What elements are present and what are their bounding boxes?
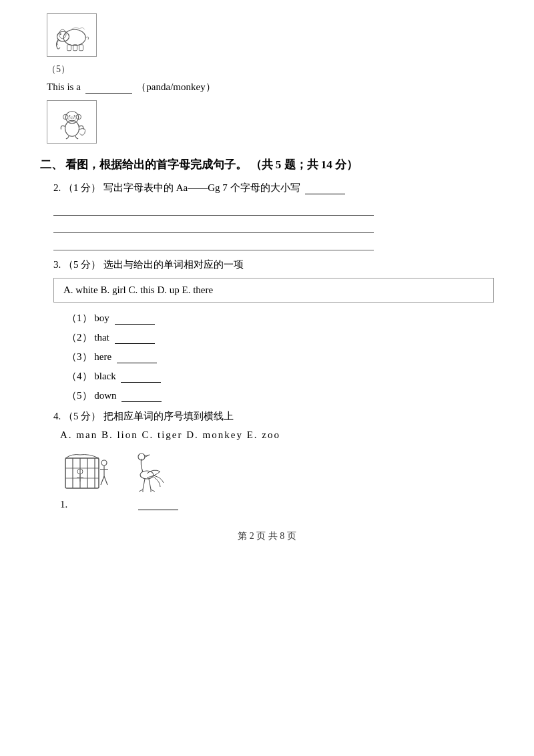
svg-point-14 (70, 118, 71, 120)
elephant-image (47, 13, 97, 57)
item5-sentence: This is a （panda/monkey） (47, 81, 494, 93)
svg-line-37 (151, 490, 155, 492)
q3-item3-label: （3） (67, 351, 92, 362)
svg-line-30 (104, 476, 107, 485)
q2-title: 2. （1 分） 写出字母表中的 Aa——Gg 7 个字母的大小写 (53, 182, 494, 194)
q2-text: 写出字母表中的 Aa——Gg 7 个字母的大小写 (103, 182, 300, 193)
q4-image2 (120, 447, 174, 494)
q3-item5-label: （5） (67, 390, 92, 401)
q3-num: 3. (53, 259, 61, 270)
q3-item4-label: （4） (67, 371, 92, 381)
svg-line-34 (149, 479, 151, 490)
monkey-image (47, 100, 97, 144)
cage-man-icon (62, 448, 112, 494)
bird-icon (127, 448, 167, 494)
q3-item5-blank (121, 390, 162, 402)
item5-hint: （panda/monkey） (136, 81, 215, 92)
svg-point-12 (69, 115, 70, 116)
item5-label: （5） (47, 63, 494, 75)
svg-point-3 (59, 33, 61, 35)
q4-options-text: A. man B. lion C. tiger D. monkey E. zoo (60, 429, 280, 440)
q4-img-label: 1. (60, 499, 67, 510)
question-2: 2. （1 分） 写出字母表中的 Aa——Gg 7 个字母的大小写 (53, 182, 494, 250)
q3-text: 选出与给出的单词相对应的一项 (103, 259, 244, 270)
section2-title: 二、 看图，根据给出的首字母完成句子。 （共 5 题；共 14 分） (40, 157, 358, 172)
q3-item-2: （2） that (67, 331, 494, 344)
q2-score: （1 分） (63, 182, 101, 193)
writing-lines-area (53, 201, 494, 250)
elephant-icon (52, 17, 92, 53)
q4-options: A. man B. lion C. tiger D. monkey E. zoo (60, 429, 494, 441)
svg-line-35 (139, 490, 143, 492)
q4-blank (138, 498, 178, 510)
q3-item4-word: black (94, 371, 115, 381)
section2-header: 二、 看图，根据给出的首字母完成句子。 （共 5 题；共 14 分） (40, 157, 494, 172)
q4-score: （5 分） (63, 411, 101, 421)
q4-images-row (60, 447, 494, 494)
q4-num: 4. (53, 411, 61, 421)
q3-score: （5 分） (63, 259, 101, 270)
svg-line-29 (101, 476, 104, 485)
q3-item2-word: that (94, 332, 109, 343)
svg-line-33 (143, 479, 145, 490)
q4-item-1-row: 1. (60, 498, 494, 510)
q3-item-1: （1） boy (67, 312, 494, 325)
q3-item-3: （3） here (67, 351, 494, 363)
monkey-icon (52, 104, 92, 140)
q4-image1 (60, 447, 113, 494)
page-footer: 第 2 页 共 8 页 (40, 530, 494, 542)
footer-text: 第 2 页 共 8 页 (238, 531, 296, 541)
q3-item-4: （4） black (67, 370, 494, 383)
q3-item1-label: （1） (67, 313, 92, 323)
writing-line-3 (53, 236, 374, 250)
q3-options-text: A. white B. girl C. this D. up E. there (63, 285, 213, 295)
q2-blank (305, 182, 345, 194)
svg-point-13 (73, 115, 75, 116)
q3-item4-blank (121, 371, 161, 383)
svg-point-31 (140, 471, 154, 479)
q3-item5-word: down (94, 390, 116, 401)
q3-title: 3. （5 分） 选出与给出的单词相对应的一项 (53, 258, 494, 271)
item5-blank (85, 81, 132, 93)
q3-item2-blank (115, 332, 155, 344)
question-3: 3. （5 分） 选出与给出的单词相对应的一项 A. white B. girl… (53, 258, 494, 402)
q3-item1-word: boy (94, 313, 109, 323)
writing-line-1 (53, 201, 374, 216)
q3-item1-blank (115, 313, 155, 325)
question-4: 4. （5 分） 把相应单词的序号填到横线上 A. man B. lion C.… (53, 410, 494, 510)
q3-item2-label: （2） (67, 332, 92, 343)
q4-text: 把相应单词的序号填到横线上 (103, 411, 234, 421)
q4-title: 4. （5 分） 把相应单词的序号填到横线上 (53, 410, 494, 423)
q3-item3-word: here (94, 351, 111, 362)
q2-num: 2. (53, 182, 61, 193)
q3-item3-blank (117, 351, 157, 363)
svg-point-15 (72, 118, 73, 120)
svg-rect-6 (79, 45, 83, 51)
svg-rect-4 (67, 45, 71, 51)
svg-point-26 (101, 460, 107, 465)
q3-item-5: （5） down (67, 389, 494, 402)
svg-point-0 (63, 29, 85, 45)
svg-point-7 (65, 120, 79, 136)
item5-sentence-text: This is a (47, 81, 81, 92)
writing-line-2 (53, 218, 374, 233)
q3-options-box: A. white B. girl C. this D. up E. there (53, 278, 494, 303)
